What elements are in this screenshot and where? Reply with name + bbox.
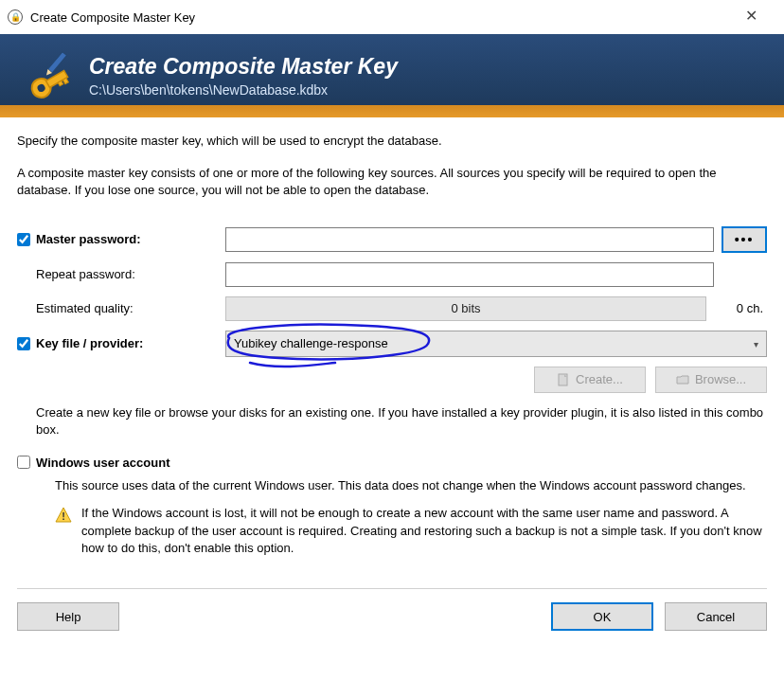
cancel-label: Cancel — [697, 610, 735, 624]
folder-icon — [676, 373, 689, 386]
chevron-down-icon: ▾ — [754, 338, 758, 349]
estimated-quality-label: Estimated quality: — [36, 301, 225, 315]
dots-icon: ••• — [735, 232, 755, 247]
ok-label: OK — [594, 610, 612, 624]
new-file-icon — [557, 373, 570, 386]
svg-rect-5 — [48, 52, 67, 73]
warning-icon: ! — [55, 507, 72, 524]
chars-count: 0 ch. — [714, 301, 767, 315]
intro-text-2: A composite master key consists of one o… — [17, 165, 767, 199]
svg-rect-3 — [62, 78, 68, 83]
intro-text-1: Specify the composite master key, which … — [17, 133, 767, 150]
master-password-label: Master password: — [36, 232, 225, 246]
create-button-label: Create... — [576, 372, 623, 386]
app-lock-icon: 🔒 — [8, 9, 23, 25]
ok-button[interactable]: OK — [551, 602, 653, 631]
header-banner: Create Composite Master Key C:\Users\ben… — [0, 34, 784, 117]
keyfile-provider-combo[interactable]: Yubikey challenge-response ▾ — [225, 331, 767, 357]
quality-text: 0 bits — [451, 301, 480, 315]
master-password-section: Master password: ••• Repeat password: Es… — [17, 226, 767, 559]
footer: Help OK Cancel — [0, 589, 784, 644]
wua-warning-text: If the Windows account is lost, it will … — [81, 505, 767, 559]
header-path: C:\Users\ben\tokens\NewDatabase.kdbx — [89, 82, 398, 98]
help-label: Help — [56, 610, 81, 624]
repeat-password-input[interactable] — [225, 262, 714, 287]
browse-keyfile-button[interactable]: Browse... — [655, 367, 767, 393]
close-button[interactable]: ✕ — [729, 0, 773, 30]
help-button[interactable]: Help — [17, 602, 119, 631]
close-icon: ✕ — [745, 7, 757, 25]
key-pencil-icon — [19, 47, 76, 104]
repeat-password-label: Repeat password: — [36, 267, 225, 281]
windows-user-account-label: Windows user account — [36, 456, 169, 470]
header-title: Create Composite Master Key — [89, 54, 398, 80]
master-password-input[interactable] — [225, 227, 714, 252]
keyfile-label: Key file / provider: — [36, 336, 225, 350]
browse-button-label: Browse... — [695, 372, 746, 386]
quality-bar: 0 bits — [225, 296, 706, 321]
wua-description: This source uses data of the current Win… — [55, 477, 767, 495]
combo-selected-text: Yubikey challenge-response — [234, 336, 388, 350]
window-title: Create Composite Master Key — [30, 10, 195, 25]
titlebar: 🔒 Create Composite Master Key ✕ — [0, 0, 784, 34]
keyfile-checkbox[interactable] — [17, 337, 30, 350]
svg-text:!: ! — [62, 510, 65, 522]
windows-user-account-checkbox[interactable] — [17, 456, 30, 469]
keyfile-description: Create a new key file or browse your dis… — [36, 404, 767, 438]
reveal-password-button[interactable]: ••• — [722, 226, 767, 253]
cancel-button[interactable]: Cancel — [665, 602, 767, 631]
master-password-checkbox[interactable] — [17, 233, 30, 246]
create-keyfile-button[interactable]: Create... — [534, 367, 646, 393]
content-area: Specify the composite master key, which … — [0, 117, 784, 567]
